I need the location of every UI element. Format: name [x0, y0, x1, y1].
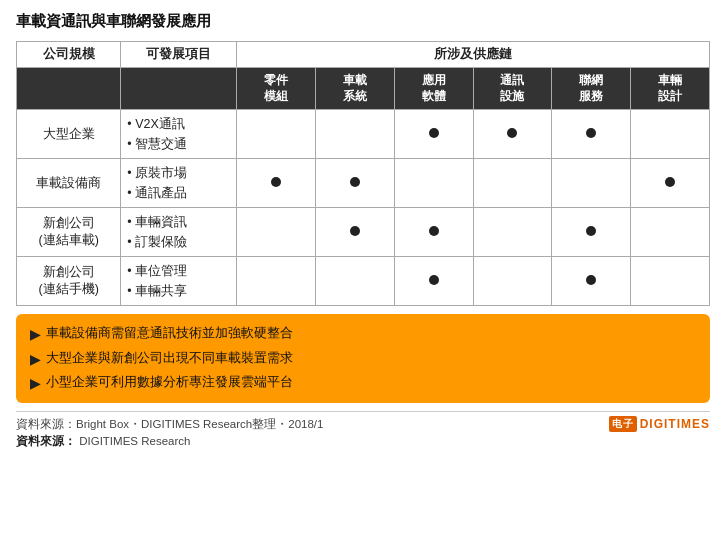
col-project-header: 可發展項目 [121, 42, 237, 68]
empty-header-2 [121, 68, 237, 110]
dot-cell [237, 208, 316, 257]
dot-indicator [429, 226, 439, 236]
dot-cell [552, 257, 631, 306]
dot-indicator [586, 128, 596, 138]
dot-indicator [429, 128, 439, 138]
bullet-item: 原裝市場 [127, 163, 231, 183]
data-source-value: DIGITIMES Research [79, 435, 190, 447]
dot-cell [315, 110, 394, 159]
header-row-top: 公司規模 可發展項目 所涉及供應鏈 [17, 42, 710, 68]
highlight-text: 小型企業可利用數據分析專注發展雲端平台 [46, 371, 293, 394]
bullet-item: 智慧交通 [127, 134, 231, 154]
company-cell: 新創公司(連結車載) [17, 208, 121, 257]
company-cell: 車載設備商 [17, 159, 121, 208]
col-supply-header: 所涉及供應鏈 [237, 42, 710, 68]
dot-indicator [507, 128, 517, 138]
dot-cell [394, 110, 473, 159]
highlight-text: 大型企業與新創公司出現不同車載裝置需求 [46, 347, 293, 370]
dot-cell [473, 257, 552, 306]
dot-cell [237, 110, 316, 159]
bullet-item: 車輛共享 [127, 281, 231, 301]
dot-cell [394, 159, 473, 208]
source-text: 資料來源：Bright Box・DIGITIMES Research整理・201… [16, 417, 323, 432]
source-row: 資料來源：Bright Box・DIGITIMES Research整理・201… [16, 411, 710, 432]
dot-indicator [350, 226, 360, 236]
dot-cell [552, 208, 631, 257]
dot-cell [631, 110, 710, 159]
table-row: 新創公司(連結手機)車位管理車輛共享 [17, 257, 710, 306]
supply-col-app: 應用軟體 [394, 68, 473, 110]
supply-col-design: 車輛設計 [631, 68, 710, 110]
dot-cell [473, 159, 552, 208]
dot-cell [552, 159, 631, 208]
supply-col-system: 車載系統 [315, 68, 394, 110]
highlight-item: ▶小型企業可利用數據分析專注發展雲端平台 [30, 371, 696, 395]
highlight-arrow: ▶ [30, 372, 40, 395]
dot-indicator [271, 177, 281, 187]
digitimes-logo: 电子 DIGITIMES [609, 416, 710, 432]
dot-cell [315, 257, 394, 306]
highlight-text: 車載設備商需留意通訊技術並加強軟硬整合 [46, 322, 293, 345]
company-cell: 新創公司(連結手機) [17, 257, 121, 306]
dot-indicator [350, 177, 360, 187]
bullet-item: 車位管理 [127, 261, 231, 281]
logo-box-text: 电子 [609, 416, 637, 432]
dot-cell [237, 159, 316, 208]
table-body: 大型企業V2X通訊智慧交通車載設備商原裝市場通訊產品新創公司(連結車載)車輛資訊… [17, 110, 710, 306]
dot-cell [315, 159, 394, 208]
dot-cell [394, 208, 473, 257]
table-row: 車載設備商原裝市場通訊產品 [17, 159, 710, 208]
page-title: 車載資通訊與車聯網發展應用 [16, 12, 710, 31]
highlight-box: ▶車載設備商需留意通訊技術並加強軟硬整合▶大型企業與新創公司出現不同車載裝置需求… [16, 314, 710, 403]
table-row: 新創公司(連結車載)車輛資訊訂製保險 [17, 208, 710, 257]
dot-cell [631, 159, 710, 208]
highlight-item: ▶大型企業與新創公司出現不同車載裝置需求 [30, 347, 696, 371]
dot-cell [631, 257, 710, 306]
dot-cell [473, 110, 552, 159]
company-cell: 大型企業 [17, 110, 121, 159]
supply-col-comm: 通訊設施 [473, 68, 552, 110]
supply-col-parts: 零件模組 [237, 68, 316, 110]
bullet-cell: 原裝市場通訊產品 [121, 159, 237, 208]
dot-cell [237, 257, 316, 306]
bullet-cell: V2X通訊智慧交通 [121, 110, 237, 159]
highlight-arrow: ▶ [30, 323, 40, 346]
table-row: 大型企業V2X通訊智慧交通 [17, 110, 710, 159]
dot-cell [394, 257, 473, 306]
bullet-cell: 車位管理車輛共享 [121, 257, 237, 306]
dot-cell [315, 208, 394, 257]
dot-cell [631, 208, 710, 257]
dot-indicator [586, 275, 596, 285]
dot-cell [552, 110, 631, 159]
digitimes-text: DIGITIMES [640, 417, 710, 431]
dot-indicator [586, 226, 596, 236]
bullet-item: V2X通訊 [127, 114, 231, 134]
dot-indicator [429, 275, 439, 285]
highlight-item: ▶車載設備商需留意通訊技術並加強軟硬整合 [30, 322, 696, 346]
page-container: 車載資通訊與車聯網發展應用 公司規模 可發展項目 所涉及供應鏈 零件模組 車載系… [0, 0, 726, 461]
bullet-item: 車輛資訊 [127, 212, 231, 232]
supply-col-network: 聯網服務 [552, 68, 631, 110]
col-company-header: 公司規模 [17, 42, 121, 68]
empty-header-1 [17, 68, 121, 110]
dot-indicator [665, 177, 675, 187]
data-source-row: 資料來源： DIGITIMES Research [16, 432, 710, 453]
header-row-icons: 零件模組 車載系統 應用軟體 通訊設施 聯網服務 車輛設計 [17, 68, 710, 110]
bullet-item: 訂製保險 [127, 232, 231, 252]
bullet-cell: 車輛資訊訂製保險 [121, 208, 237, 257]
dot-cell [473, 208, 552, 257]
highlight-arrow: ▶ [30, 348, 40, 371]
data-source-label: 資料來源： [16, 435, 76, 447]
main-table: 公司規模 可發展項目 所涉及供應鏈 零件模組 車載系統 應用軟體 通訊設施 聯網… [16, 41, 710, 306]
bullet-item: 通訊產品 [127, 183, 231, 203]
